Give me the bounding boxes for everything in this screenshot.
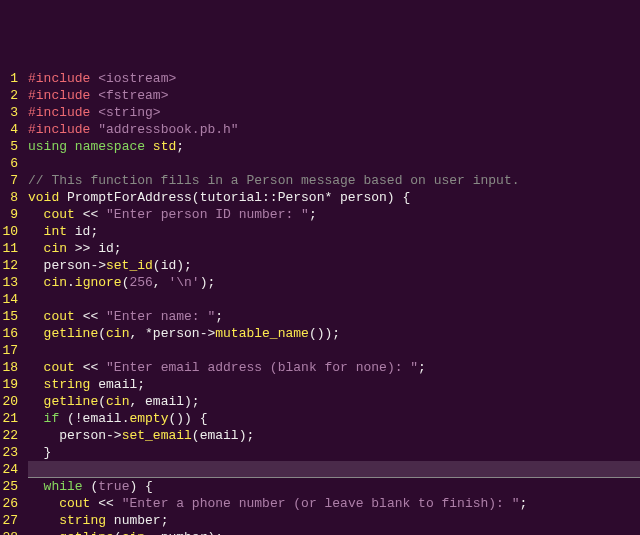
line-number: 13: [0, 274, 18, 291]
token-pp: #include: [28, 88, 98, 103]
token-kw: namespace: [75, 139, 145, 154]
line-number: 20: [0, 393, 18, 410]
line-number: 11: [0, 240, 18, 257]
line-number: 28: [0, 529, 18, 535]
code-line[interactable]: cin.ignore(256, '\n');: [28, 274, 640, 291]
token-type: cin: [44, 275, 67, 290]
line-number: 9: [0, 206, 18, 223]
token-type: cout: [44, 207, 75, 222]
code-line[interactable]: cout << "Enter name: ";: [28, 308, 640, 325]
code-editor[interactable]: 1234567891011121314151617181920212223242…: [0, 68, 640, 535]
token-txt: number;: [106, 513, 168, 528]
token-type: std: [153, 139, 176, 154]
token-type: getline: [44, 394, 99, 409]
code-line[interactable]: // This function fills in a Person messa…: [28, 172, 640, 189]
token-txt: (: [83, 479, 99, 494]
code-line[interactable]: if (!email.empty()) {: [28, 410, 640, 427]
token-type: cin: [122, 530, 145, 535]
token-str: <fstream>: [98, 88, 168, 103]
code-line[interactable]: person->set_id(id);: [28, 257, 640, 274]
code-line[interactable]: person->set_email(email);: [28, 427, 640, 444]
token-str: "Enter name: ": [106, 309, 215, 324]
code-line[interactable]: #include <string>: [28, 104, 640, 121]
code-line[interactable]: [28, 342, 640, 359]
line-number: 27: [0, 512, 18, 529]
line-number: 6: [0, 155, 18, 172]
token-txt: PromptForAddress(tutorial::Person* perso…: [59, 190, 410, 205]
token-txt: [28, 275, 44, 290]
code-line[interactable]: int id;: [28, 223, 640, 240]
token-txt: [28, 394, 44, 409]
code-line[interactable]: while (true) {: [28, 478, 640, 495]
token-txt: ;: [215, 309, 223, 324]
token-txt: <<: [90, 496, 121, 511]
code-line[interactable]: cout << "Enter a phone number (or leave …: [28, 495, 640, 512]
token-txt: ;: [176, 139, 184, 154]
code-line[interactable]: [28, 291, 640, 308]
line-number: 26: [0, 495, 18, 512]
line-number: 25: [0, 478, 18, 495]
token-pp: #include: [28, 122, 98, 137]
token-txt: ;: [418, 360, 426, 375]
token-txt: <<: [75, 207, 106, 222]
line-number: 8: [0, 189, 18, 206]
token-txt: (email);: [192, 428, 254, 443]
token-type: empty: [129, 411, 168, 426]
token-type: string: [44, 377, 91, 392]
token-str: <string>: [98, 105, 160, 120]
code-line[interactable]: string email;: [28, 376, 640, 393]
token-txt: (: [98, 394, 106, 409]
token-txt: , email);: [129, 394, 199, 409]
token-pp: #include: [28, 71, 98, 86]
token-txt: >> id;: [67, 241, 122, 256]
code-line[interactable]: getline(cin, email);: [28, 393, 640, 410]
code-line[interactable]: #include <iostream>: [28, 70, 640, 87]
token-txt: }: [28, 445, 51, 460]
token-txt: email;: [90, 377, 145, 392]
code-line[interactable]: cout << "Enter email address (blank for …: [28, 359, 640, 376]
code-line[interactable]: cout << "Enter person ID number: ";: [28, 206, 640, 223]
token-pp: #include: [28, 105, 98, 120]
code-line[interactable]: using namespace std;: [28, 138, 640, 155]
line-number: 3: [0, 104, 18, 121]
token-txt: [28, 377, 44, 392]
code-line[interactable]: getline(cin, number);: [28, 529, 640, 535]
code-line[interactable]: cin >> id;: [28, 240, 640, 257]
code-line[interactable]: }: [28, 444, 640, 461]
code-line[interactable]: [28, 155, 640, 172]
token-txt: [28, 241, 44, 256]
token-type: set_id: [106, 258, 153, 273]
token-txt: [28, 411, 44, 426]
code-line[interactable]: #include "addressbook.pb.h": [28, 121, 640, 138]
token-txt: [28, 496, 59, 511]
token-type: set_email: [122, 428, 192, 443]
line-number-gutter: 1234567891011121314151617181920212223242…: [0, 68, 24, 535]
token-txt: id;: [67, 224, 98, 239]
token-txt: ;: [309, 207, 317, 222]
token-type: ignore: [75, 275, 122, 290]
line-number: 18: [0, 359, 18, 376]
token-str: "Enter email address (blank for none): ": [106, 360, 418, 375]
token-txt: [28, 326, 44, 341]
token-txt: [67, 139, 75, 154]
code-line[interactable]: [28, 461, 640, 478]
line-number: 12: [0, 257, 18, 274]
token-txt: [28, 479, 44, 494]
code-line[interactable]: void PromptForAddress(tutorial::Person* …: [28, 189, 640, 206]
code-line[interactable]: #include <fstream>: [28, 87, 640, 104]
token-type: cout: [44, 360, 75, 375]
token-txt: [28, 360, 44, 375]
token-txt: <<: [75, 360, 106, 375]
token-txt: .: [67, 275, 75, 290]
token-txt: ()) {: [168, 411, 207, 426]
token-num: true: [98, 479, 129, 494]
token-kw: while: [44, 479, 83, 494]
line-number: 22: [0, 427, 18, 444]
line-number: 2: [0, 87, 18, 104]
code-line[interactable]: getline(cin, *person->mutable_name());: [28, 325, 640, 342]
token-txt: ;: [520, 496, 528, 511]
code-area[interactable]: #include <iostream>#include <fstream>#in…: [24, 68, 640, 535]
token-type: void: [28, 190, 59, 205]
code-line[interactable]: string number;: [28, 512, 640, 529]
token-type: cin: [106, 326, 129, 341]
